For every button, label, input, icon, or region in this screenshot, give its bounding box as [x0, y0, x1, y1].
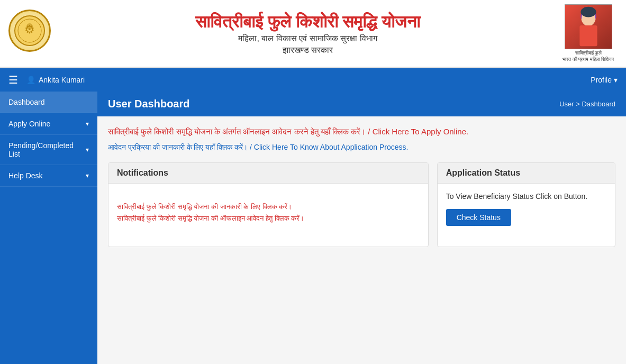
lady-caption-line1: सावित्रीबाई फुले [575, 50, 602, 56]
svg-point-3 [26, 23, 33, 30]
header-right-image: सावित्रीबाई फुले भारत की प्रथम महिला शिक… [559, 4, 618, 62]
top-navbar: ☰ 👤 Ankita Kumari Profile ▾ [0, 68, 626, 92]
notification-links: सावित्रीबाई फुले किशोरी समृद्धि योजना की… [117, 203, 420, 223]
sidebar: Dashboard Apply Online ▾ Pending/Complet… [0, 92, 97, 364]
svg-point-10 [580, 7, 596, 17]
sidebar-helpdesk-label: Help Desk [8, 171, 43, 180]
notifications-body: सावित्रीबाई फुले किशोरी समृद्धि योजना की… [108, 184, 428, 231]
user-name: Ankita Kumari [39, 76, 85, 84]
user-icon: 👤 [26, 76, 35, 84]
content-header: User Dashboard User > Dashboard [97, 92, 626, 116]
page-title: User Dashboard [108, 98, 190, 110]
sidebar-pending-label: Pending/Completed List [8, 141, 86, 158]
sidebar-item-apply-online[interactable]: Apply Online ▾ [0, 113, 97, 135]
notification-link-2[interactable]: सावित्रीबाई फुले किशोरी समृद्धि योजना की… [117, 214, 420, 223]
profile-dropdown[interactable]: Profile ▾ [591, 76, 618, 84]
main-content: User Dashboard User > Dashboard सावित्री… [97, 92, 626, 364]
profile-label: Profile [591, 76, 612, 84]
sidebar-item-pending-list[interactable]: Pending/Completed List ▾ [0, 135, 97, 165]
site-subtitle-line1: महिला, बाल विकास एवं सामाजिक सुरक्षा विभ… [56, 34, 559, 43]
emblem-icon: ⚙ [8, 10, 51, 52]
status-description: To View Beneficiary Status Click on Butt… [446, 192, 606, 201]
breadcrumb: User > Dashboard [559, 100, 615, 108]
apply-online-link[interactable]: सावित्रीबाई फुले किशोरी समृद्धि योजना के… [108, 127, 615, 136]
sidebar-apply-arrow-icon: ▾ [86, 120, 89, 128]
sidebar-pending-arrow-icon: ▾ [86, 146, 89, 153]
profile-chevron-icon: ▾ [614, 76, 618, 84]
main-layout: Dashboard Apply Online ▾ Pending/Complet… [0, 92, 626, 364]
content-body: सावित्रीबाई फुले किशोरी समृद्धि योजना के… [97, 116, 626, 258]
application-status-card: Application Status To View Beneficiary S… [437, 162, 615, 247]
notifications-header: Notifications [108, 163, 428, 184]
hamburger-icon[interactable]: ☰ [8, 74, 18, 86]
government-logo: ⚙ [8, 10, 56, 57]
application-status-body: To View Beneficiary Status Click on Butt… [438, 184, 615, 234]
site-subtitle-line2: झारखण्ड सरकार [56, 46, 559, 55]
svg-rect-8 [579, 25, 597, 46]
sidebar-dashboard-label: Dashboard [8, 98, 45, 106]
notifications-card: Notifications सावित्रीबाई फुले किशोरी सम… [108, 162, 429, 247]
check-status-button[interactable]: Check Status [446, 209, 511, 226]
cards-row: Notifications सावित्रीबाई फुले किशोरी सम… [108, 162, 615, 247]
header-center: सावित्रीबाई फुले किशोरी समृद्धि योजना मह… [56, 12, 559, 55]
sidebar-apply-label: Apply Online [8, 120, 50, 128]
lady-caption-line2: भारत की प्रथम महिला शिक्षिका [563, 57, 614, 62]
application-process-link[interactable]: आवेदन प्रक्रिया की जानकारी के लिए यहाँ क… [108, 143, 615, 152]
sidebar-item-helpdesk[interactable]: Help Desk ▾ [0, 165, 97, 187]
application-status-header: Application Status [438, 163, 615, 184]
lady-photo [565, 4, 612, 49]
notification-link-1[interactable]: सावित्रीबाई फुले किशोरी समृद्धि योजना की… [117, 203, 420, 211]
navbar-user: 👤 Ankita Kumari [26, 76, 85, 84]
site-header: ⚙ सावित्रीबाई फुले किशोरी समृद्धि योजना … [0, 0, 626, 68]
sidebar-item-dashboard[interactable]: Dashboard [0, 92, 97, 113]
sidebar-helpdesk-arrow-icon: ▾ [86, 172, 89, 179]
site-title: सावित्रीबाई फुले किशोरी समृद्धि योजना [56, 12, 559, 32]
navbar-left: ☰ 👤 Ankita Kumari [8, 74, 85, 86]
